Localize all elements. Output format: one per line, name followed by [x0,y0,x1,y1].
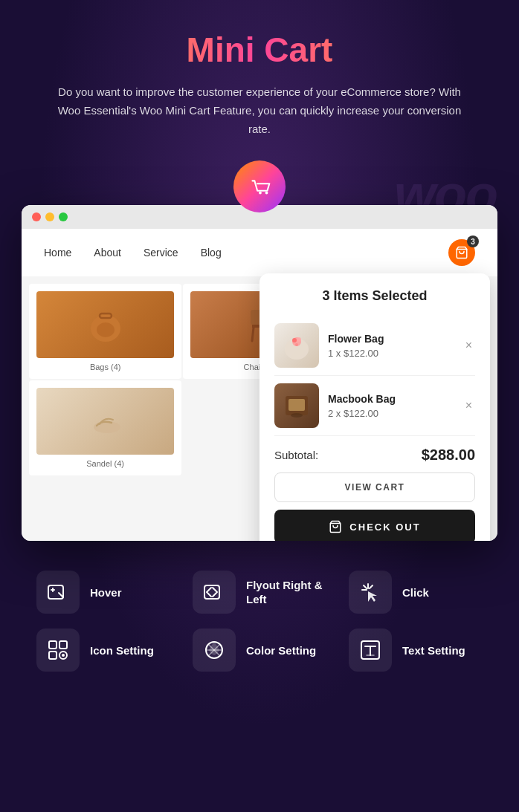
text-setting-icon [359,639,381,661]
macbook-bag-thumbnail [274,383,319,428]
text-setting-label: Text Setting [402,643,465,658]
flower-bag-image [278,327,315,364]
cart-item-flower-bag: Flower Bag 1 x $122.00 × [274,316,475,376]
page-title: Mini Cart [187,30,333,70]
features-row-1: Hover Flyout Right & Left [22,571,497,614]
svg-rect-24 [48,585,63,599]
flower-bag-name: Flower Bag [328,333,454,345]
sandal-image [83,399,128,444]
close-dot [32,212,41,221]
color-setting-icon-box [193,629,236,672]
svg-point-19 [295,343,298,346]
flyout-icon-box [193,571,236,614]
subtotal-amount: $288.00 [422,446,475,464]
flyout-label: Flyout Right & Left [246,578,326,607]
hover-icon [47,581,69,603]
feature-click[interactable]: Click [349,571,483,614]
product-card-sandal[interactable]: Sandel (4) [29,380,181,475]
svg-point-30 [62,654,65,657]
feature-icon-setting[interactable]: Icon Setting [36,629,170,672]
features-section: Hover Flyout Right & Left [22,571,497,672]
product-label-sandal: Sandel (4) [86,459,124,468]
minimize-dot [45,212,54,221]
feature-flyout[interactable]: Flyout Right & Left [193,571,326,614]
text-setting-icon-box [349,629,392,672]
page-subtitle: Do you want to improve the customer expe… [51,83,468,138]
svg-rect-26 [49,641,57,649]
svg-line-9 [252,328,254,341]
macbook-bag-remove-button[interactable]: × [462,396,475,415]
feature-color-setting[interactable]: Color Setting [193,629,326,672]
icon-setting-icon [47,639,69,661]
flower-bag-remove-button[interactable]: × [462,336,475,355]
cart-item-macbook-bag: Macbook Bag 2 x $122.00 × [274,376,475,436]
macbook-bag-price: 2 x $122.00 [328,408,454,419]
flower-bag-price: 1 x $122.00 [328,348,454,359]
feature-text-setting[interactable]: Text Setting [349,629,483,672]
color-setting-icon [203,639,225,661]
flower-bag-info: Flower Bag 1 x $122.00 [328,333,454,359]
svg-rect-0 [245,172,274,201]
svg-rect-28 [49,652,57,659]
view-cart-button[interactable]: VIEW CART [274,472,475,502]
checkout-cart-icon [329,520,342,533]
svg-point-2 [265,192,268,195]
nav-bar: Home About Service Blog 3 [22,229,497,276]
color-setting-label: Color Setting [246,643,316,658]
nav-blog[interactable]: Blog [201,247,222,259]
macbook-bag-name: Macbook Bag [328,393,454,405]
mini-cart-popup: 3 Items Selected Flower Bag [260,273,490,541]
svg-rect-21 [288,399,305,411]
svg-point-17 [292,338,297,342]
svg-point-6 [97,322,115,337]
product-card-bag1[interactable]: Bags (4) [29,284,181,379]
bag-image [83,302,128,347]
subtotal-row: Subtotal: $288.00 [274,436,475,472]
svg-point-18 [297,337,301,342]
flower-bag-thumbnail [274,323,319,368]
browser-window: Home About Service Blog 3 [22,205,497,541]
shopping-cart-icon [245,172,274,201]
icon-setting-icon-box [36,629,80,672]
click-label: Click [402,585,429,600]
svg-point-1 [259,192,262,195]
icon-setting-label: Icon Setting [90,643,154,658]
flyout-icon [203,581,225,603]
hover-icon-box [36,571,80,614]
product-label-bag1: Bags (4) [90,363,121,371]
click-icon-box [349,571,392,614]
click-icon [359,581,381,603]
checkout-label: CHECK OUT [349,522,420,533]
subtotal-label: Subtotal: [274,449,318,461]
mini-cart-title: 3 Items Selected [274,288,475,304]
feature-hover[interactable]: Hover [36,571,170,614]
macbook-bag-info: Macbook Bag 2 x $122.00 [328,393,454,419]
macbook-bag-image [278,387,315,424]
cart-badge: 3 [467,236,479,247]
svg-point-14 [94,421,120,433]
features-row-2: Icon Setting Color Setting [22,629,497,672]
nav-about[interactable]: About [94,247,121,259]
svg-point-22 [291,413,303,418]
nav-service[interactable]: Service [144,247,178,259]
mini-cart-icon[interactable] [233,160,286,212]
fullscreen-dot [59,212,68,221]
site-content: Home About Service Blog 3 [22,229,497,541]
nav-cart-button[interactable]: 3 [448,239,475,266]
nav-home[interactable]: Home [44,247,71,259]
checkout-button[interactable]: CHECK OUT [274,510,475,541]
cart-icon [455,246,468,259]
hover-label: Hover [90,585,122,600]
svg-rect-27 [59,641,67,649]
